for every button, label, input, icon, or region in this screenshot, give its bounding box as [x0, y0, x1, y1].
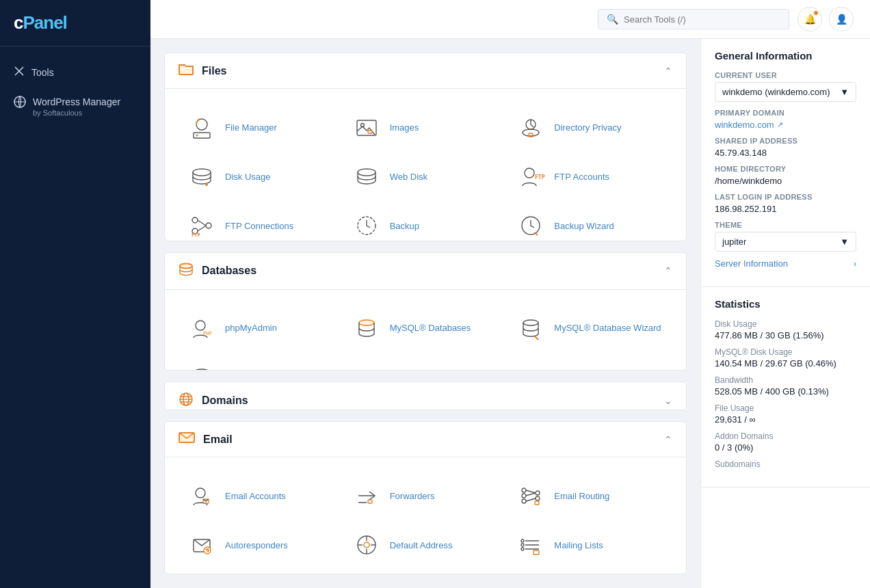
sidebar-item-wordpress[interactable]: WordPress Manager by Softaculous: [0, 88, 150, 126]
remote-mysql-item[interactable]: Remote MySQL®: [179, 353, 343, 371]
domains-section: Domains ⌄: [164, 382, 687, 410]
email-accounts-label: Email Accounts: [225, 491, 286, 501]
mailing-lists-label: Mailing Lists: [554, 540, 603, 550]
domains-section-header[interactable]: Domains ⌄: [165, 382, 686, 410]
disk-usage-item[interactable]: Disk Usage: [179, 152, 343, 201]
external-link-icon: ↗: [777, 120, 783, 129]
files-section-body: File Manager Images: [165, 89, 686, 241]
svg-point-15: [525, 168, 534, 178]
files-icon: [179, 63, 194, 79]
svg-point-10: [523, 129, 539, 136]
svg-point-5: [196, 135, 198, 137]
svg-line-20: [198, 220, 206, 226]
svg-point-13: [205, 183, 208, 186]
email-filters-item[interactable]: Email Filters: [508, 570, 672, 574]
global-email-filters-item[interactable]: Global Email Filters: [343, 570, 508, 574]
backup-wizard-label: Backup Wizard: [554, 221, 614, 231]
svg-text:FTP: FTP: [535, 174, 545, 181]
svg-point-56: [364, 542, 369, 548]
directory-privacy-item[interactable]: Directory Privacy: [508, 103, 672, 152]
right-panel: General Information Current User winkdem…: [700, 39, 870, 588]
email-routing-item[interactable]: Email Routing: [508, 471, 672, 520]
email-accounts-item[interactable]: Email Accounts: [179, 471, 343, 520]
current-user-dropdown[interactable]: winkdemo (winkdemo.com) ▼: [715, 82, 856, 102]
ftp-connections-label: FTP Connections: [225, 221, 293, 231]
svg-point-12: [193, 169, 211, 176]
general-info-title: General Information: [715, 50, 856, 62]
notification-dot: [813, 10, 819, 16]
mysql-databases-item[interactable]: MySQL® Databases: [343, 304, 508, 353]
svg-point-44: [522, 488, 526, 492]
server-info-row[interactable]: Server Information ›: [715, 252, 856, 276]
main-content: 🔍 🔔 👤: [150, 0, 870, 588]
home-dir-label: Home Directory: [715, 165, 856, 173]
search-icon: 🔍: [607, 14, 618, 25]
autoresponders-item[interactable]: Autoresponders: [179, 520, 343, 570]
email-section: Email ⌃: [164, 421, 687, 574]
forwarders-item[interactable]: Forwarders: [343, 471, 508, 520]
stat-subdomains: Subdomains: [715, 459, 856, 469]
svg-text:FTP: FTP: [192, 232, 200, 238]
mysql-database-wizard-item[interactable]: MySQL® Database Wizard: [508, 304, 672, 353]
sidebar-nav: Tools WordPress Manager by Softaculous: [0, 46, 150, 137]
user-button[interactable]: 👤: [829, 7, 854, 31]
notifications-button[interactable]: 🔔: [798, 7, 822, 31]
search-input[interactable]: [624, 14, 780, 25]
last-login-label: Last Login IP Address: [715, 193, 856, 201]
backup-item[interactable]: Backup: [343, 201, 508, 241]
mysql-database-wizard-label: MySQL® Database Wizard: [554, 323, 661, 333]
current-user-chevron: ▼: [840, 87, 849, 97]
sidebar-item-sublabel-wordpress: by Softaculous: [33, 108, 120, 118]
sidebar-item-tools[interactable]: Tools: [0, 57, 150, 88]
content-area: Files ⌃: [150, 39, 870, 588]
web-disk-item[interactable]: Web Disk: [343, 152, 508, 201]
databases-section-header[interactable]: Databases ⌃: [165, 253, 686, 290]
general-info-section: General Information Current User winkdem…: [701, 39, 870, 287]
svg-point-45: [522, 494, 526, 498]
databases-icon: [179, 263, 194, 280]
svg-line-51: [526, 498, 536, 501]
stat-bandwidth: Bandwidth 528.05 MB / 400 GB (0.13%): [715, 375, 856, 397]
email-section-header[interactable]: Email ⌃: [165, 422, 686, 457]
svg-point-46: [522, 499, 526, 503]
sidebar-item-label-tools: Tools: [31, 67, 54, 78]
phpmyadmin-item[interactable]: PHP phpMyAdmin: [179, 304, 343, 353]
theme-dropdown[interactable]: jupiter ▼: [715, 232, 856, 252]
server-info-chevron: ›: [854, 258, 856, 269]
primary-domain-value[interactable]: winkdemo.com ↗: [715, 120, 856, 130]
svg-point-31: [523, 320, 538, 325]
email-chevron: ⌃: [664, 434, 672, 445]
default-address-item[interactable]: Default Address: [343, 520, 508, 570]
file-manager-item[interactable]: File Manager: [179, 103, 343, 152]
email-routing-label: Email Routing: [554, 491, 609, 501]
stat-mysql-disk-usage: MySQL® Disk Usage 140.54 MB / 29.67 GB (…: [715, 347, 856, 369]
files-section-label: Files: [202, 65, 226, 77]
svg-point-65: [521, 544, 524, 546]
ftp-accounts-item[interactable]: FTP FTP Accounts: [508, 152, 672, 201]
svg-point-17: [192, 217, 198, 223]
mailing-lists-item[interactable]: Mailing Lists: [508, 520, 672, 570]
svg-rect-8: [368, 131, 372, 133]
phpmyadmin-label: phpMyAdmin: [225, 323, 277, 333]
backup-wizard-item[interactable]: Backup Wizard: [508, 201, 672, 241]
default-address-label: Default Address: [390, 540, 453, 550]
header-icons: 🔔 👤: [798, 7, 854, 31]
svg-point-32: [194, 369, 209, 371]
domains-chevron: ⌄: [664, 395, 672, 406]
domains-section-label: Domains: [202, 395, 248, 407]
ftp-connections-item[interactable]: FTP FTP Connections: [179, 201, 343, 241]
search-box[interactable]: 🔍: [598, 9, 789, 29]
images-item[interactable]: Images: [343, 103, 508, 152]
svg-rect-52: [535, 501, 539, 505]
databases-chevron: ⌃: [664, 265, 672, 276]
svg-line-49: [526, 490, 536, 493]
svg-point-14: [358, 169, 375, 176]
web-disk-label: Web Disk: [390, 172, 427, 182]
files-section-header[interactable]: Files ⌃: [165, 53, 686, 89]
svg-point-28: [196, 321, 205, 330]
stat-file-usage: File Usage 29,631 / ∞: [715, 403, 856, 425]
databases-section: Databases ⌃ PHP phpMy: [164, 252, 687, 371]
databases-section-label: Databases: [202, 265, 256, 277]
track-delivery-item[interactable]: Track Delivery: [179, 570, 343, 574]
shared-ip-value: 45.79.43.148: [715, 148, 856, 158]
